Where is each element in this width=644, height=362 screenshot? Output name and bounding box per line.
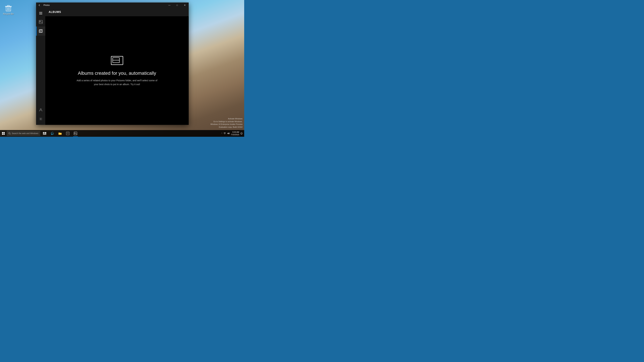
sidebar xyxy=(36,8,45,125)
section-title: ALBUMS xyxy=(49,10,61,13)
system-tray: ^ 9:26 AM 7/15/2015 xyxy=(220,131,244,136)
taskbar-file-explorer[interactable] xyxy=(56,130,64,137)
activate-line3: Windows 10 Enterprise Insider Preview xyxy=(210,123,242,126)
svg-rect-22 xyxy=(2,134,3,135)
activate-line4: Evaluation copy. Build 10162 xyxy=(210,126,242,129)
sidebar-item-account[interactable] xyxy=(36,105,45,114)
maximize-button[interactable]: □ xyxy=(173,2,181,8)
time-display: 9:26 AM xyxy=(232,131,239,133)
title-bar: Photos — □ ✕ xyxy=(36,2,189,8)
taskbar-edge[interactable] xyxy=(49,130,56,137)
minimize-button[interactable]: — xyxy=(166,2,173,8)
back-button[interactable] xyxy=(36,2,43,8)
svg-point-24 xyxy=(9,133,10,134)
sidebar-item-settings[interactable] xyxy=(36,114,45,123)
date-display: 7/15/2015 xyxy=(231,133,239,136)
section-header: ALBUMS xyxy=(45,8,189,16)
svg-rect-8 xyxy=(39,14,42,14)
svg-rect-30 xyxy=(66,132,69,135)
window-controls: — □ ✕ xyxy=(166,2,189,8)
sidebar-item-albums[interactable] xyxy=(36,26,45,36)
svg-rect-26 xyxy=(43,132,44,134)
volume-icon xyxy=(227,132,230,135)
svg-rect-31 xyxy=(74,132,77,135)
svg-rect-21 xyxy=(4,132,5,133)
taskbar-search[interactable]: Search the web and Windows xyxy=(7,131,40,136)
svg-rect-6 xyxy=(39,12,42,12)
taskbar: Search the web and Windows xyxy=(0,130,244,137)
network-icon xyxy=(224,132,226,134)
sidebar-item-photos[interactable] xyxy=(36,17,45,26)
activate-windows-watermark: Activate Windows Go to Settings to activ… xyxy=(210,117,242,128)
activate-line2: Go to Settings to activate Windows. xyxy=(210,120,242,123)
main-content: ALBUMS Albums created for you, automatic… xyxy=(45,8,189,125)
taskbar-task-view[interactable] xyxy=(41,130,48,137)
recycle-bin[interactable]: Recycle Bin xyxy=(0,3,17,16)
svg-point-15 xyxy=(40,109,42,110)
albums-icon xyxy=(110,55,124,66)
window-title: Photos xyxy=(43,4,166,6)
svg-rect-7 xyxy=(39,13,42,13)
svg-rect-28 xyxy=(43,134,46,135)
svg-rect-2 xyxy=(8,5,10,6)
svg-line-25 xyxy=(10,134,11,135)
taskbar-items xyxy=(41,130,79,137)
recycle-bin-label: Recycle Bin xyxy=(3,13,14,15)
taskbar-store[interactable] xyxy=(64,130,72,137)
app-content: ALBUMS Albums created for you, automatic… xyxy=(36,8,189,125)
svg-point-16 xyxy=(40,118,41,119)
svg-rect-23 xyxy=(4,134,5,135)
empty-description: Add a series of related photos to your P… xyxy=(75,79,159,86)
search-placeholder: Search the web and Windows xyxy=(12,132,38,135)
empty-state: Albums created for you, automatically Ad… xyxy=(45,16,189,125)
svg-rect-27 xyxy=(44,132,46,134)
sidebar-menu-button[interactable] xyxy=(36,9,45,17)
photos-app-window: Photos — □ ✕ xyxy=(36,2,189,125)
close-button[interactable]: ✕ xyxy=(181,2,189,8)
recycle-bin-icon xyxy=(4,4,12,12)
activate-line1: Activate Windows xyxy=(210,117,242,120)
start-button[interactable] xyxy=(0,130,7,137)
tray-overflow[interactable]: ^ xyxy=(221,133,222,134)
svg-rect-20 xyxy=(2,132,3,133)
svg-point-32 xyxy=(75,133,75,133)
taskbar-photos[interactable] xyxy=(72,130,79,137)
sidebar-bottom xyxy=(36,105,45,123)
svg-rect-29 xyxy=(58,133,62,134)
empty-title: Albums created for you, automatically xyxy=(78,70,156,76)
taskbar-clock[interactable]: 9:26 AM 7/15/2015 xyxy=(231,131,239,136)
notification-icon[interactable] xyxy=(240,132,242,135)
